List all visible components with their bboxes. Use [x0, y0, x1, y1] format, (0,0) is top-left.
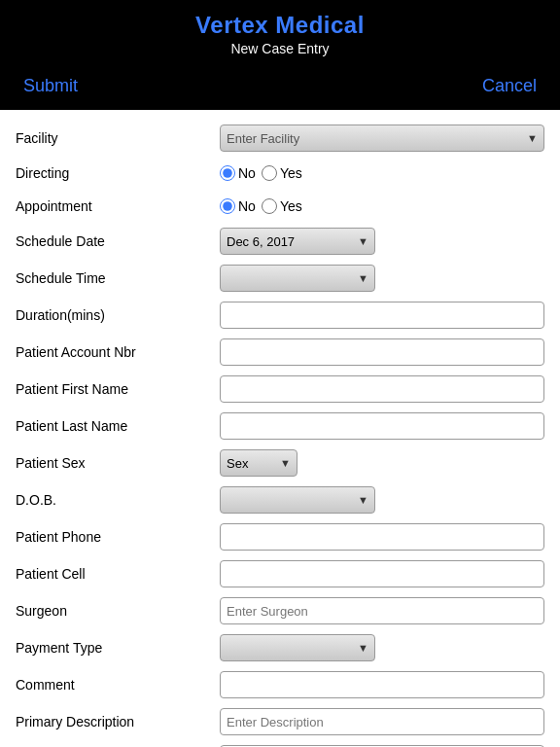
schedule-time-arrow: ▼ [358, 272, 368, 284]
app-title: Vertex Medical [16, 12, 544, 39]
app-subtitle: New Case Entry [16, 41, 544, 56]
patient-sex-dropdown[interactable]: Sex ▼ [220, 449, 298, 477]
duration-input[interactable] [220, 302, 544, 329]
directing-no-radio[interactable] [220, 165, 235, 181]
appointment-no-label[interactable]: No [220, 198, 256, 214]
dob-dropdown[interactable]: ▼ [220, 486, 375, 514]
schedule-time-label: Schedule Time [16, 270, 220, 286]
patient-cell-input[interactable] [220, 560, 544, 587]
patient-last-control [220, 412, 544, 440]
facility-control: Enter Facility ▼ [220, 124, 544, 152]
appointment-row: Appointment No Yes [16, 190, 544, 223]
primary-description-input[interactable] [220, 708, 544, 735]
schedule-date-row: Schedule Date Dec 6, 2017 ▼ [16, 223, 544, 260]
directing-label: Directing [16, 165, 220, 181]
surgeon-label: Surgeon [16, 603, 220, 619]
appointment-yes-radio[interactable] [262, 198, 277, 214]
patient-sex-label: Patient Sex [16, 455, 220, 471]
patient-first-control [220, 375, 544, 403]
surgeon-input[interactable] [220, 597, 544, 624]
duration-control [220, 302, 544, 329]
appointment-control: No Yes [220, 198, 544, 214]
appointment-yes-label[interactable]: Yes [262, 198, 302, 214]
schedule-time-row: Schedule Time ▼ [16, 260, 544, 297]
submit-button[interactable]: Submit [23, 76, 78, 96]
directing-yes-radio[interactable] [262, 165, 277, 181]
facility-row: Facility Enter Facility ▼ [16, 120, 544, 157]
schedule-date-value: Dec 6, 2017 [227, 234, 295, 249]
payment-type-arrow: ▼ [358, 642, 368, 654]
primary-code-row: Primary Code [16, 740, 544, 747]
patient-cell-label: Patient Cell [16, 566, 220, 582]
header: Vertex Medical New Case Entry Submit Can… [0, 0, 560, 110]
primary-description-label: Primary Description [16, 714, 220, 729]
schedule-time-control: ▼ [220, 265, 544, 292]
patient-phone-label: Patient Phone [16, 529, 220, 545]
appointment-yes-text: Yes [280, 198, 302, 214]
dob-arrow: ▼ [358, 494, 368, 506]
payment-type-label: Payment Type [16, 640, 220, 656]
appointment-label: Appointment [16, 198, 220, 214]
schedule-date-label: Schedule Date [16, 233, 220, 249]
payment-type-control: ▼ [220, 634, 544, 661]
comment-row: Comment [16, 666, 544, 703]
dob-control: ▼ [220, 486, 544, 514]
surgeon-row: Surgeon [16, 592, 544, 629]
patient-sex-control: Sex ▼ [220, 449, 544, 477]
schedule-date-dropdown[interactable]: Dec 6, 2017 ▼ [220, 228, 375, 255]
primary-description-row: Primary Description [16, 703, 544, 740]
dob-row: D.O.B. ▼ [16, 481, 544, 518]
facility-dropdown-arrow: ▼ [527, 132, 538, 144]
patient-last-input[interactable] [220, 412, 544, 440]
comment-label: Comment [16, 677, 220, 693]
payment-type-row: Payment Type ▼ [16, 629, 544, 666]
facility-dropdown[interactable]: Enter Facility ▼ [220, 124, 544, 152]
duration-row: Duration(mins) [16, 297, 544, 334]
comment-control [220, 671, 544, 698]
patient-cell-control [220, 560, 544, 587]
patient-first-label: Patient First Name [16, 381, 220, 397]
patient-last-row: Patient Last Name [16, 408, 544, 445]
primary-description-control [220, 708, 544, 735]
directing-yes-text: Yes [280, 165, 302, 181]
facility-dropdown-text: Enter Facility [227, 131, 299, 146]
directing-no-text: No [238, 165, 256, 181]
patient-phone-input[interactable] [220, 523, 544, 551]
schedule-date-arrow: ▼ [358, 235, 368, 247]
patient-account-label: Patient Account Nbr [16, 344, 220, 360]
schedule-time-dropdown[interactable]: ▼ [220, 265, 375, 292]
patient-account-row: Patient Account Nbr [16, 334, 544, 371]
surgeon-control [220, 597, 544, 624]
patient-phone-row: Patient Phone [16, 518, 544, 555]
patient-account-control [220, 338, 544, 366]
directing-control: No Yes [220, 165, 544, 181]
directing-yes-label[interactable]: Yes [262, 165, 302, 181]
patient-cell-row: Patient Cell [16, 555, 544, 592]
patient-first-row: Patient First Name [16, 371, 544, 408]
patient-sex-value: Sex [227, 456, 248, 471]
patient-sex-arrow: ▼ [280, 457, 291, 469]
directing-no-label[interactable]: No [220, 165, 256, 181]
payment-type-dropdown[interactable]: ▼ [220, 634, 375, 661]
comment-input[interactable] [220, 671, 544, 698]
duration-label: Duration(mins) [16, 307, 220, 323]
patient-last-label: Patient Last Name [16, 418, 220, 434]
patient-phone-control [220, 523, 544, 551]
form: Facility Enter Facility ▼ Directing No Y… [0, 110, 560, 747]
patient-first-input[interactable] [220, 375, 544, 403]
cancel-button[interactable]: Cancel [482, 76, 537, 96]
patient-sex-row: Patient Sex Sex ▼ [16, 445, 544, 481]
facility-label: Facility [16, 130, 220, 146]
appointment-no-radio[interactable] [220, 198, 235, 214]
patient-account-input[interactable] [220, 338, 544, 366]
appointment-no-text: No [238, 198, 256, 214]
directing-row: Directing No Yes [16, 157, 544, 190]
schedule-date-control: Dec 6, 2017 ▼ [220, 228, 544, 255]
dob-label: D.O.B. [16, 492, 220, 508]
